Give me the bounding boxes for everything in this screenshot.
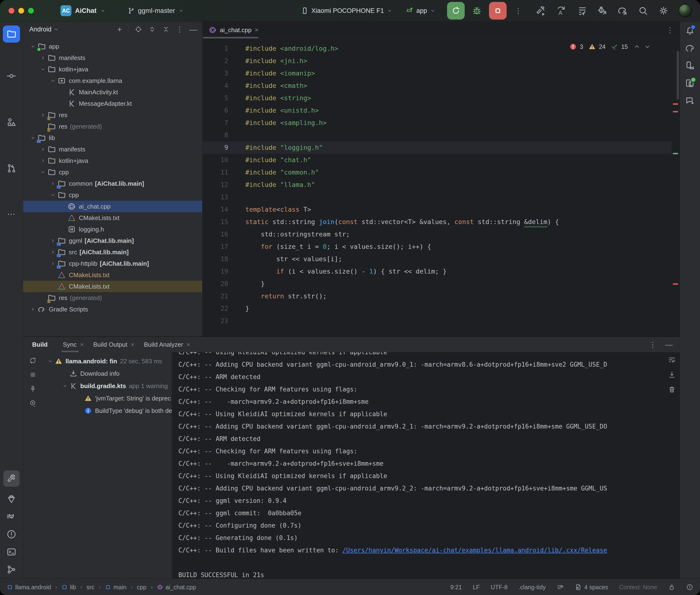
code-line[interactable]: return str.str(); bbox=[245, 290, 680, 302]
apply-changes-restart-icon[interactable] bbox=[576, 5, 587, 16]
minimize-window-button[interactable] bbox=[18, 8, 24, 13]
version-control-tool-button[interactable] bbox=[6, 564, 17, 575]
file-encoding[interactable]: UTF-8 bbox=[491, 584, 508, 591]
tree-item[interactable]: MainActivity.kt bbox=[23, 86, 202, 98]
tree-item[interactable]: manifests bbox=[23, 144, 202, 155]
vcs-branch-widget[interactable]: ggml-master bbox=[128, 7, 184, 15]
soft-wrap-icon[interactable] bbox=[668, 356, 676, 364]
tree-item[interactable]: MessageAdapter.kt bbox=[23, 98, 202, 109]
close-tab-icon[interactable]: × bbox=[255, 26, 258, 34]
code-line[interactable]: #include "chat.h" bbox=[245, 154, 680, 166]
editor-tab-ai-chat-cpp[interactable]: ai_chat.cpp × bbox=[202, 22, 264, 38]
tree-item[interactable]: kotlin+java bbox=[23, 63, 202, 75]
tree-item[interactable]: CMakeLists.txt bbox=[23, 269, 202, 281]
gradle-sync-icon[interactable] bbox=[617, 5, 628, 16]
tree-item[interactable]: res(generated) bbox=[23, 292, 202, 304]
apply-changes-icon[interactable]: A bbox=[556, 5, 567, 16]
error-stripe[interactable] bbox=[672, 38, 680, 336]
tree-item[interactable]: Gradle Scripts bbox=[23, 304, 202, 315]
editor-scrollbar[interactable] bbox=[677, 51, 679, 100]
code-line[interactable]: #include "common.h" bbox=[245, 166, 680, 178]
code-editor[interactable]: 1234567891011121314151617181920212223 #i… bbox=[202, 38, 680, 336]
tree-item[interactable]: cpp bbox=[23, 189, 202, 201]
scroll-to-end-icon[interactable] bbox=[668, 371, 676, 379]
chevron-right-icon[interactable] bbox=[48, 237, 57, 244]
tree-item[interactable]: res(generated) bbox=[23, 121, 202, 132]
caret-position[interactable]: 9:21 bbox=[450, 584, 462, 591]
code-line[interactable]: #include <iomanip> bbox=[245, 67, 680, 80]
tree-item[interactable]: ggml[AiChat.lib.main] bbox=[23, 235, 202, 247]
device-manager-tool-button[interactable] bbox=[685, 60, 695, 71]
code-line[interactable]: } bbox=[245, 278, 680, 290]
tree-item[interactable]: res bbox=[23, 109, 202, 121]
tab-build-analyzer[interactable]: Build Analyzer × bbox=[139, 337, 195, 352]
context-status[interactable]: Context: None bbox=[619, 584, 657, 591]
code-line[interactable]: #include "logging.h" bbox=[245, 141, 680, 154]
error-stripe-mark[interactable] bbox=[673, 283, 678, 285]
previous-problem-icon[interactable] bbox=[633, 43, 641, 51]
code-line[interactable]: std::ostringstream str; bbox=[245, 228, 680, 240]
sync-tree-item[interactable]: build.gradle.ktsapp 1 warning bbox=[43, 380, 172, 392]
tree-item[interactable]: app bbox=[23, 41, 202, 52]
sync-tree-item[interactable]: llama.android: fin22 sec, 583 ms bbox=[43, 355, 172, 367]
chevron-right-icon[interactable] bbox=[38, 111, 47, 119]
panel-options-icon[interactable]: ⋮ bbox=[176, 25, 183, 34]
code-line[interactable]: #include <sampling.h> bbox=[245, 117, 680, 129]
chevron-down-icon[interactable] bbox=[61, 382, 69, 390]
tree-item[interactable]: kotlin+java bbox=[23, 155, 202, 166]
expand-all-icon[interactable] bbox=[148, 26, 156, 33]
close-tab-icon[interactable]: × bbox=[131, 341, 135, 348]
close-window-button[interactable] bbox=[8, 8, 14, 13]
status-error-icon[interactable] bbox=[686, 584, 693, 591]
code-line[interactable] bbox=[245, 191, 680, 203]
running-devices-tool-button[interactable] bbox=[685, 78, 695, 88]
notifications-icon[interactable] bbox=[685, 25, 695, 35]
chevron-right-icon[interactable] bbox=[38, 54, 47, 61]
chevron-right-icon[interactable] bbox=[38, 146, 47, 153]
add-icon[interactable]: + bbox=[117, 26, 122, 33]
code-line[interactable]: if (i < values.size() - 1) { str << deli… bbox=[245, 265, 680, 278]
tree-item[interactable]: manifests bbox=[23, 52, 202, 63]
settings-icon[interactable] bbox=[658, 5, 669, 16]
indent-size[interactable]: 4 spaces bbox=[584, 584, 608, 591]
clear-console-icon[interactable] bbox=[668, 386, 676, 394]
chevron-down-icon[interactable] bbox=[48, 77, 57, 84]
logcat-tool-button[interactable] bbox=[6, 511, 17, 522]
view-options-icon[interactable] bbox=[29, 399, 37, 407]
code-line[interactable] bbox=[245, 315, 680, 327]
breadcrumb-item[interactable]: src bbox=[86, 584, 94, 591]
tree-item[interactable]: CMakeLists.txt bbox=[23, 212, 202, 224]
tree-item[interactable]: logging.h bbox=[23, 224, 202, 235]
code-line[interactable]: #include <jni.h> bbox=[245, 55, 680, 67]
attach-debugger-icon[interactable] bbox=[597, 5, 608, 16]
formatter-status-icon[interactable] bbox=[557, 584, 564, 591]
code-line[interactable]: #include "llama.h" bbox=[245, 178, 680, 191]
error-stripe-mark[interactable] bbox=[673, 103, 678, 105]
code-line[interactable] bbox=[245, 129, 680, 141]
chevron-down-icon[interactable] bbox=[38, 169, 47, 176]
project-widget[interactable]: AC AiChat bbox=[60, 5, 106, 16]
clang-tidy-status[interactable]: .clang-tidy bbox=[519, 584, 545, 591]
next-problem-icon[interactable] bbox=[644, 43, 651, 51]
gemini-tool-button[interactable] bbox=[685, 95, 695, 106]
code-line[interactable]: } bbox=[245, 302, 680, 315]
tab-sync[interactable]: Sync × bbox=[58, 337, 88, 352]
tree-item[interactable]: com.example.llama bbox=[23, 75, 202, 86]
hide-panel-icon[interactable]: — bbox=[189, 25, 197, 34]
chevron-right-icon[interactable] bbox=[48, 260, 57, 267]
close-tab-icon[interactable]: × bbox=[187, 341, 190, 348]
chevron-down-icon[interactable] bbox=[46, 358, 55, 365]
locate-file-icon[interactable] bbox=[135, 26, 142, 33]
gradle-tool-button[interactable] bbox=[685, 42, 695, 53]
tab-build-output[interactable]: Build Output × bbox=[88, 337, 139, 352]
commit-tool-button[interactable] bbox=[6, 71, 17, 81]
chevron-right-icon[interactable] bbox=[48, 180, 57, 187]
chevron-down-icon[interactable] bbox=[28, 43, 37, 50]
sync-refresh-icon[interactable] bbox=[29, 357, 37, 365]
build-run-hammer-icon[interactable] bbox=[535, 5, 546, 16]
project-tool-button[interactable] bbox=[3, 26, 20, 42]
app-quality-insights-tool-button[interactable] bbox=[6, 494, 17, 504]
tree-item[interactable]: CMakeLists.txt bbox=[23, 281, 202, 292]
collapse-all-icon[interactable] bbox=[162, 26, 170, 33]
more-tool-windows-button[interactable]: ⋯ bbox=[7, 209, 16, 219]
